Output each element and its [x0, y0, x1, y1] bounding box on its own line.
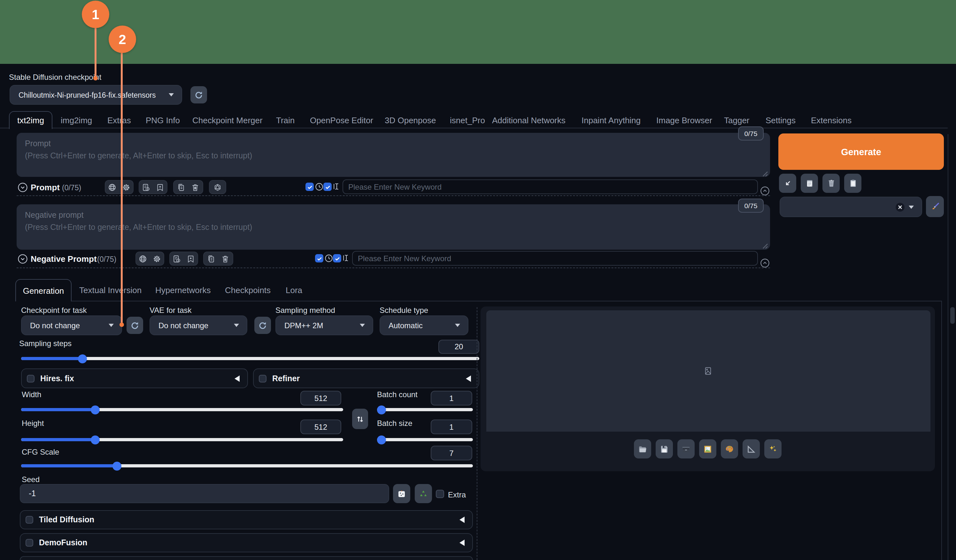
batch-count-slider-handle[interactable] [377, 405, 386, 414]
globe-icon[interactable] [139, 254, 147, 263]
keyword-history-icon[interactable] [324, 254, 333, 263]
checkpoint-for-task-dropdown[interactable]: Do not change [21, 315, 122, 335]
history-doc-icon[interactable] [173, 254, 181, 263]
tab-settings[interactable]: Settings [766, 116, 796, 125]
hires-fix-accordion[interactable]: Hires. fix [21, 369, 248, 388]
prompt-keyword-checkbox-2[interactable] [323, 183, 332, 191]
tab-lora[interactable]: Lora [286, 285, 302, 295]
schedule-type-dropdown[interactable]: Automatic [380, 315, 469, 335]
tab-extras[interactable]: Extras [107, 116, 131, 125]
bookmark-star-icon[interactable] [187, 254, 195, 263]
batch-count-input[interactable] [431, 391, 472, 405]
text-cursor-icon[interactable] [332, 182, 341, 191]
tab-3d-openpose[interactable]: 3D Openpose [385, 116, 436, 125]
seed-input[interactable] [20, 484, 389, 503]
tab-png-info[interactable]: PNG Info [146, 116, 180, 125]
height-input[interactable] [300, 419, 341, 434]
tab-img2img[interactable]: img2img [61, 116, 92, 125]
copy-icon[interactable] [177, 183, 186, 191]
negative-keyword-checkbox-1[interactable] [315, 254, 323, 262]
swap-dimensions-button[interactable] [352, 409, 368, 429]
tab-inpaint-anything[interactable]: Inpaint Anything [582, 116, 641, 125]
globe-icon[interactable] [108, 183, 116, 191]
prompt-keyword-checkbox-1[interactable] [305, 183, 314, 191]
keyword-history-icon[interactable] [314, 182, 324, 191]
tab-image-browser[interactable]: Image Browser [656, 116, 712, 125]
send-to-inpaint-button[interactable] [721, 439, 738, 458]
batch-size-input[interactable] [431, 419, 472, 434]
sampling-steps-input[interactable] [439, 340, 479, 354]
column-divider[interactable] [477, 307, 477, 560]
width-slider-handle[interactable] [91, 405, 100, 414]
open-folder-button[interactable] [634, 439, 651, 458]
demofusion-checkbox[interactable] [25, 539, 33, 547]
tiled-diffusion-checkbox[interactable] [25, 516, 33, 524]
trash-icon[interactable] [191, 183, 200, 191]
gear-icon[interactable] [153, 254, 161, 263]
tab-hypernetworks[interactable]: Hypernetworks [155, 285, 211, 295]
style-apply-button[interactable] [844, 174, 862, 193]
random-seed-button[interactable] [393, 484, 410, 503]
extra-seed-checkbox[interactable] [436, 490, 444, 498]
reuse-seed-button[interactable] [415, 484, 432, 503]
refiner-accordion[interactable]: Refiner [253, 369, 479, 388]
tab-txt2img[interactable]: txt2img [9, 111, 52, 129]
tab-checkpoint-merger[interactable]: Checkpoint Merger [192, 116, 263, 125]
batch-count-slider[interactable] [377, 408, 473, 411]
batch-size-slider-handle[interactable] [377, 436, 386, 444]
batch-size-slider[interactable] [377, 438, 473, 441]
interrupt-skip-button[interactable] [779, 174, 796, 193]
tiled-diffusion-accordion[interactable]: Tiled Diffusion [20, 510, 473, 529]
prompt-panel-collapse-icon[interactable] [760, 186, 770, 196]
negative-keyword-checkbox-2[interactable] [333, 254, 341, 262]
tab-textual-inversion[interactable]: Textual Inversion [79, 285, 142, 295]
clear-selection-icon[interactable] [895, 202, 905, 212]
negative-panel-collapse-icon[interactable] [760, 258, 770, 268]
text-cursor-icon[interactable] [342, 254, 351, 262]
trash-icon[interactable] [221, 254, 230, 263]
bookmark-star-icon[interactable] [156, 183, 164, 191]
tab-checkpoints[interactable]: Checkpoints [225, 285, 270, 295]
sampling-method-dropdown[interactable]: DPM++ 2M [275, 315, 373, 335]
negative-collapse-icon[interactable] [17, 254, 28, 264]
save-image-button[interactable] [656, 439, 673, 458]
checkpoint-dropdown[interactable]: Chilloutmix-Ni-pruned-fp16-fix.safetenso… [9, 85, 182, 105]
cfg-scale-slider-handle[interactable] [112, 462, 121, 471]
send-to-extras-button[interactable] [742, 439, 760, 458]
prompt-keyword-input[interactable] [343, 179, 758, 194]
generate-button[interactable]: Generate [778, 133, 944, 170]
upscale-button[interactable] [764, 439, 781, 458]
paste-params-button[interactable] [801, 174, 818, 193]
prompt-collapse-icon[interactable] [17, 182, 28, 193]
refresh-checkpoints-button[interactable] [190, 86, 207, 104]
tab-extensions[interactable]: Extensions [811, 116, 852, 125]
negative-prompt-textarea[interactable]: Negative prompt (Press Ctrl+Enter to gen… [17, 204, 770, 250]
negative-keyword-input[interactable] [352, 251, 758, 266]
openai-icon[interactable] [214, 183, 222, 191]
tab-generation[interactable]: Generation [15, 279, 72, 301]
save-zip-button[interactable] [678, 439, 695, 458]
next-accordion-partial[interactable] [20, 556, 473, 560]
resize-handle-icon[interactable] [762, 243, 768, 249]
gear-icon[interactable] [122, 183, 131, 191]
history-doc-icon[interactable] [142, 183, 150, 191]
send-to-img2img-button[interactable] [699, 439, 716, 458]
vae-for-task-dropdown[interactable]: Do not change [149, 315, 247, 335]
edit-styles-button[interactable] [926, 196, 944, 217]
prompt-textarea[interactable]: Prompt (Press Ctrl+Enter to generate, Al… [17, 133, 770, 177]
tab-additional-networks[interactable]: Additional Networks [492, 116, 566, 125]
sampling-steps-slider-handle[interactable] [78, 355, 87, 363]
cfg-scale-input[interactable] [431, 446, 472, 460]
hires-fix-checkbox[interactable] [27, 375, 35, 382]
scrollbar-thumb[interactable] [950, 307, 955, 324]
clear-prompt-button[interactable] [822, 174, 840, 193]
refresh-vae-button[interactable] [254, 317, 271, 334]
copy-icon[interactable] [207, 254, 215, 263]
refresh-task-checkpoint-button[interactable] [127, 317, 143, 334]
width-input[interactable] [300, 391, 341, 405]
sampling-steps-slider[interactable] [21, 357, 479, 360]
tab-isnet-pro[interactable]: isnet_Pro [450, 116, 485, 125]
demofusion-accordion[interactable]: DemoFusion [20, 533, 473, 552]
tab-train[interactable]: Train [276, 116, 295, 125]
resize-handle-icon[interactable] [762, 171, 768, 177]
